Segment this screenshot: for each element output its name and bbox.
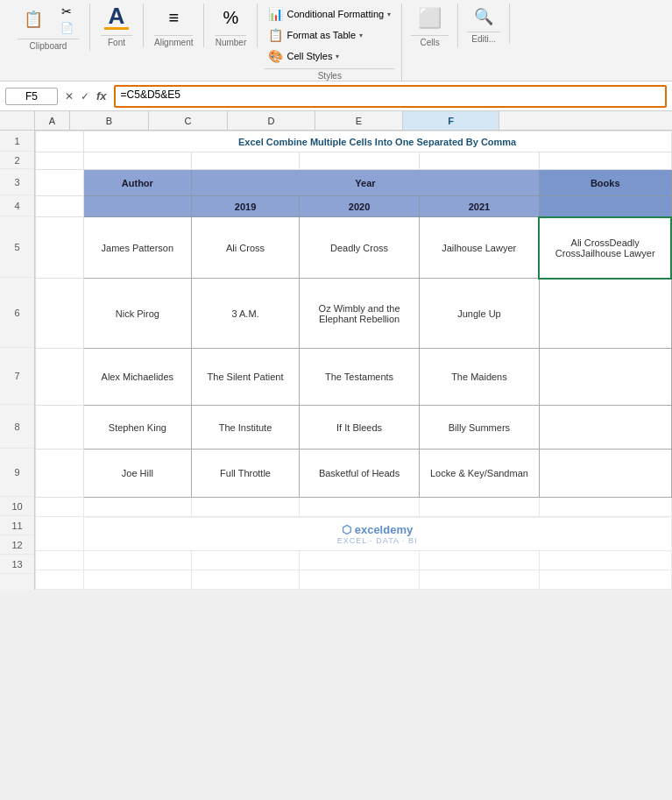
formula-fx-button[interactable]: fx xyxy=(95,89,109,103)
row-num-10[interactable]: 10 xyxy=(0,497,34,516)
col-header-f[interactable]: F xyxy=(403,111,499,130)
cell-a9[interactable] xyxy=(36,450,84,498)
cell-a12[interactable] xyxy=(36,551,84,570)
col-header-a[interactable]: A xyxy=(35,111,70,130)
cell-a2[interactable] xyxy=(36,152,84,170)
font-button[interactable]: A xyxy=(101,4,132,32)
alignment-button[interactable]: ≡ xyxy=(158,4,189,32)
cell-e4-2021[interactable]: 2021 xyxy=(420,196,540,217)
row-num-13[interactable]: 13 xyxy=(0,555,34,574)
cell-c6-y2019[interactable]: 3 A.M. xyxy=(191,279,299,349)
cell-c4-2019[interactable]: 2019 xyxy=(191,196,299,217)
cell-e5-y2021[interactable]: Jailhouse Lawyer xyxy=(420,217,540,279)
cell-styles-button[interactable]: 🎨 Cell Styles ▾ xyxy=(265,47,343,65)
col-header-d[interactable]: D xyxy=(228,111,315,130)
copy-button[interactable]: 📄 xyxy=(54,21,79,35)
editing-button[interactable]: 🔍 xyxy=(467,4,500,30)
cell-a6[interactable] xyxy=(36,279,84,349)
formula-input[interactable]: =C5&D5&E5 xyxy=(114,85,667,108)
cell-a3[interactable] xyxy=(36,170,84,196)
row-num-6[interactable]: 6 xyxy=(0,278,34,348)
cell-b4[interactable] xyxy=(83,196,191,217)
row-num-1[interactable]: 1 xyxy=(0,131,34,152)
cell-d13[interactable] xyxy=(300,570,420,590)
cell-d9-y2020[interactable]: Basketful of Heads xyxy=(300,450,420,498)
cell-b6-author[interactable]: Nick Pirog xyxy=(83,279,191,349)
cell-a8[interactable] xyxy=(36,406,84,450)
cell-d5-y2020[interactable]: Deadly Cross xyxy=(300,217,420,279)
cell-b9-author[interactable]: Joe Hill xyxy=(83,450,191,498)
cells-button[interactable]: ⬜ xyxy=(411,4,449,33)
cell-c10[interactable] xyxy=(191,498,299,517)
cell-a10[interactable] xyxy=(36,498,84,517)
cell-c3-year[interactable]: Year xyxy=(191,170,539,196)
formula-x-button[interactable]: ✕ xyxy=(63,90,75,103)
col-header-c[interactable]: C xyxy=(149,111,228,130)
cell-c5-y2019[interactable]: Ali Cross xyxy=(191,217,299,279)
cell-d6-y2020[interactable]: Oz Wimbly and the Elephant Rebellion xyxy=(300,279,420,349)
cell-a5[interactable] xyxy=(36,217,84,279)
row-num-5[interactable]: 5 xyxy=(0,216,34,278)
conditional-formatting-button[interactable]: 📊 Conditional Formatting ▾ xyxy=(265,5,394,23)
number-button[interactable]: % xyxy=(215,4,246,32)
cell-f3-books[interactable]: Books xyxy=(539,170,671,196)
cell-e9-y2021[interactable]: Locke & Key/Sandman xyxy=(420,450,540,498)
cell-b3-author[interactable]: Author xyxy=(83,170,191,196)
cell-d10[interactable] xyxy=(300,498,420,517)
cell-f12[interactable] xyxy=(539,551,671,570)
cell-e6-y2021[interactable]: Jungle Up xyxy=(420,279,540,349)
cell-a13[interactable] xyxy=(36,570,84,590)
row-num-4[interactable]: 4 xyxy=(0,195,34,216)
cell-d4-2020[interactable]: 2020 xyxy=(300,196,420,217)
cell-reference-box[interactable]: F5 xyxy=(5,88,58,105)
cell-d8-y2020[interactable]: If It Bleeds xyxy=(300,406,420,450)
cell-b12[interactable] xyxy=(83,551,191,570)
cut-button[interactable]: ✂ xyxy=(54,4,79,19)
cell-e13[interactable] xyxy=(420,570,540,590)
cell-e12[interactable] xyxy=(420,551,540,570)
cell-f6-books[interactable] xyxy=(539,279,671,349)
cell-f2[interactable] xyxy=(539,152,671,170)
row-num-9[interactable]: 9 xyxy=(0,449,34,497)
cell-e2[interactable] xyxy=(420,152,540,170)
row-num-8[interactable]: 8 xyxy=(0,405,34,449)
row-num-3[interactable]: 3 xyxy=(0,169,34,195)
cell-f7-books[interactable] xyxy=(539,349,671,406)
format-as-table-button[interactable]: 📋 Format as Table ▾ xyxy=(265,26,366,44)
row-num-2[interactable]: 2 xyxy=(0,152,34,169)
cell-e8-y2021[interactable]: Billy Summers xyxy=(420,406,540,450)
cell-b8-author[interactable]: Stephen King xyxy=(83,406,191,450)
cell-a4[interactable] xyxy=(36,196,84,217)
cell-f9-books[interactable] xyxy=(539,450,671,498)
formula-check-button[interactable]: ✓ xyxy=(79,90,91,103)
cell-b5-author[interactable]: James Patterson xyxy=(83,217,191,279)
row-num-7[interactable]: 7 xyxy=(0,348,34,405)
col-header-e[interactable]: E xyxy=(315,111,403,130)
cell-c2[interactable] xyxy=(191,152,299,170)
cell-b2[interactable] xyxy=(83,152,191,170)
cell-e7-y2021[interactable]: The Maidens xyxy=(420,349,540,406)
cell-f13[interactable] xyxy=(539,570,671,590)
cell-c12[interactable] xyxy=(191,551,299,570)
col-header-b[interactable]: B xyxy=(70,111,149,130)
cell-f8-books[interactable] xyxy=(539,406,671,450)
row-num-12[interactable]: 12 xyxy=(0,535,34,555)
cell-f4[interactable] xyxy=(539,196,671,217)
cell-a1[interactable] xyxy=(36,131,84,152)
row-num-11[interactable]: 11 xyxy=(0,516,34,535)
cell-c8-y2019[interactable]: The Institute xyxy=(191,406,299,450)
cell-a11[interactable] xyxy=(36,517,84,551)
cell-f10[interactable] xyxy=(539,498,671,517)
cell-d12[interactable] xyxy=(300,551,420,570)
cell-f5-books[interactable]: Ali CrossDeadly CrossJailhouse Lawyer xyxy=(539,217,671,279)
cell-a7[interactable] xyxy=(36,349,84,406)
cell-b13[interactable] xyxy=(83,570,191,590)
cell-e10[interactable] xyxy=(420,498,540,517)
cell-b7-author[interactable]: Alex Michaelides xyxy=(83,349,191,406)
cell-c7-y2019[interactable]: The Silent Patient xyxy=(191,349,299,406)
paste-button[interactable]: 📋 xyxy=(18,5,49,33)
cell-d7-y2020[interactable]: The Testaments xyxy=(300,349,420,406)
cell-d2[interactable] xyxy=(300,152,420,170)
cell-b10[interactable] xyxy=(83,498,191,517)
cell-c13[interactable] xyxy=(191,570,299,590)
